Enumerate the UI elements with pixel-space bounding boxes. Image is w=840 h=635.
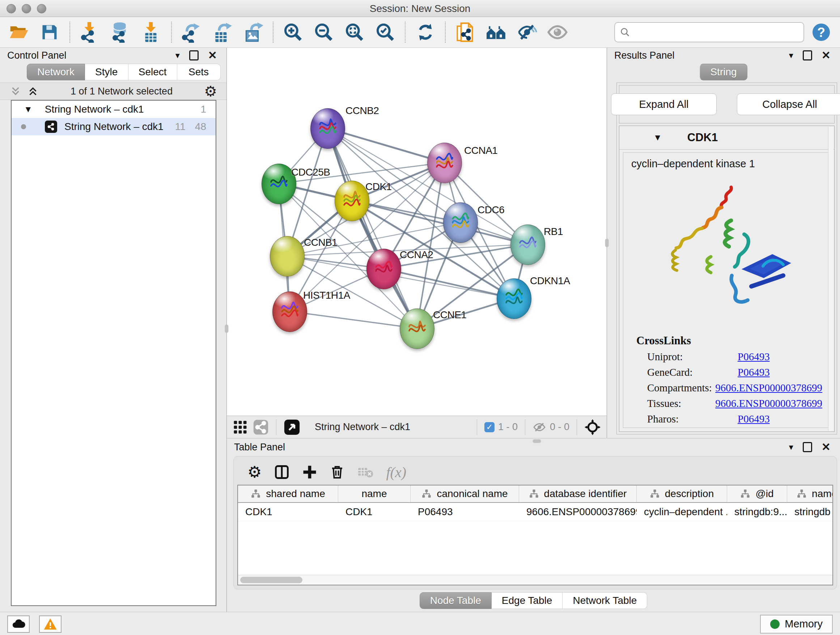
column-header--id[interactable]: @id (727, 486, 787, 502)
card-expander-icon[interactable]: ▼ (653, 133, 662, 143)
network-node-ccna1[interactable] (427, 143, 462, 183)
table-cell[interactable]: CDK1 (238, 503, 338, 521)
export-image-button[interactable] (239, 19, 267, 45)
table-cell[interactable]: P06493 (411, 503, 519, 521)
right-splitter-handle[interactable] (605, 239, 608, 247)
import-network-database-button[interactable] (107, 19, 134, 45)
hide-selected-button[interactable] (513, 19, 541, 45)
cloud-button[interactable] (7, 616, 30, 633)
panel-menu-icon[interactable]: ▾ (789, 50, 793, 60)
network-edge[interactable] (327, 128, 444, 163)
network-node-ccna2[interactable] (366, 249, 401, 289)
collapse-all-button[interactable]: Collapse All (737, 93, 840, 115)
zoom-in-button[interactable] (279, 19, 307, 45)
network-node-hist1h1a[interactable] (272, 291, 307, 332)
app-manager-button[interactable] (452, 19, 479, 45)
close-panel-icon[interactable]: ✕ (821, 442, 831, 453)
collection-expander-icon[interactable]: ▼ (24, 104, 33, 114)
network-row[interactable]: String Network – cdk1 11 48 (11, 118, 216, 135)
refresh-button[interactable] (411, 19, 439, 45)
tab-node-table[interactable]: Node Table (420, 592, 492, 609)
tab-style[interactable]: Style (85, 64, 128, 80)
home-networks-button[interactable] (482, 19, 510, 45)
network-selection-strip: 1 of 1 Network selected ⚙ (0, 82, 226, 100)
hidden-eye-icon (532, 420, 546, 434)
save-session-button[interactable] (36, 19, 64, 45)
crosslink-link[interactable]: P06493 (737, 366, 770, 378)
column-header-shared-name[interactable]: shared name (238, 486, 338, 502)
show-columns-icon[interactable] (274, 464, 290, 480)
close-panel-icon[interactable]: ✕ (208, 50, 217, 61)
horizontal-splitter-handle[interactable] (533, 440, 541, 443)
results-scrollbar[interactable] (828, 127, 834, 431)
export-table-button[interactable] (208, 19, 236, 45)
search-input[interactable] (633, 27, 798, 38)
selected-checkbox-icon[interactable]: ✓ (485, 422, 494, 432)
import-table-file-button[interactable] (137, 19, 165, 45)
table-cell[interactable]: CDK1 (338, 503, 411, 521)
close-panel-icon[interactable]: ✕ (821, 50, 831, 61)
add-column-icon[interactable] (302, 464, 317, 480)
network-options-gear-icon[interactable]: ⚙ (204, 84, 217, 98)
float-panel-icon[interactable] (189, 50, 199, 60)
panel-menu-icon[interactable]: ▾ (175, 50, 180, 60)
tab-network[interactable]: Network (27, 64, 85, 80)
tab-network-table[interactable]: Network Table (562, 592, 647, 609)
delete-column-trash-icon[interactable] (330, 464, 345, 480)
network-node-rb1[interactable] (510, 225, 545, 265)
crosslink-link[interactable]: 9606.ENSP00000378699 (715, 397, 822, 409)
expand-all-icon[interactable] (27, 85, 39, 97)
table-cell[interactable]: stringdb (787, 503, 832, 521)
column-header-database-identifier[interactable]: database identifier (519, 486, 637, 502)
network-node-ccne1[interactable] (400, 309, 434, 349)
column-header-description[interactable]: description (637, 486, 727, 502)
memory-button[interactable]: Memory (760, 615, 833, 633)
left-splitter-handle[interactable] (225, 325, 228, 333)
table-cell[interactable]: cyclin–dependent ... (637, 503, 727, 521)
tab-string[interactable]: String (699, 64, 747, 80)
fit-content-crosshair-icon[interactable] (584, 419, 601, 435)
float-panel-icon[interactable] (803, 50, 812, 60)
network-node-cdkn1a[interactable] (497, 279, 531, 319)
table-cell[interactable]: stringdb:9... (727, 503, 787, 521)
expand-all-button[interactable]: Expand All (611, 93, 717, 115)
help-button[interactable]: ? (807, 19, 835, 45)
tab-sets[interactable]: Sets (177, 64, 221, 80)
column-header-namespace[interactable]: namespace (787, 486, 833, 502)
network-node-ccnb2[interactable] (310, 108, 345, 149)
crosslink-link[interactable]: P06493 (737, 413, 770, 425)
export-network-button[interactable] (178, 19, 205, 45)
node-card-header[interactable]: ▼ CDK1 (619, 126, 834, 149)
birdseye-view-icon[interactable] (284, 419, 300, 435)
open-session-button[interactable] (5, 19, 33, 45)
column-header-name[interactable]: name (338, 486, 411, 502)
network-collection-row[interactable]: ▼ String Network – cdk1 1 (11, 101, 216, 118)
table-cell[interactable]: 9606.ENSP00000378699 (519, 503, 637, 521)
tab-select[interactable]: Select (128, 64, 177, 80)
grid-view-icon[interactable] (233, 420, 248, 435)
warnings-button[interactable] (39, 616, 62, 633)
collapse-all-icon[interactable] (9, 85, 22, 97)
zoom-fit-button[interactable] (340, 19, 368, 45)
zoom-selected-button[interactable] (371, 19, 399, 45)
network-share-icon[interactable] (253, 419, 269, 435)
table-options-gear-icon[interactable]: ⚙ (248, 464, 262, 480)
network-canvas[interactable]: CCNB2CCNA1CDC25BCDK1CDC6RB1CCNB1CCNA2CDK… (227, 48, 607, 416)
network-node-cdc6[interactable] (443, 203, 478, 243)
column-header-canonical-name[interactable]: canonical name (411, 486, 519, 502)
crosslink-link[interactable]: P06493 (737, 351, 770, 363)
float-panel-icon[interactable] (803, 442, 812, 452)
scrollbar-thumb[interactable] (240, 577, 302, 583)
table-row[interactable]: CDK1CDK1P064939606.ENSP00000378699cyclin… (238, 503, 832, 521)
zoom-out-button[interactable] (309, 19, 338, 45)
network-node-ccnb1[interactable] (270, 236, 305, 277)
panel-menu-icon[interactable]: ▾ (789, 442, 793, 452)
table-horizontal-scrollbar[interactable] (238, 575, 832, 585)
tab-edge-table[interactable]: Edge Table (492, 592, 563, 609)
network-edge[interactable] (384, 269, 514, 298)
import-network-file-button[interactable] (76, 19, 104, 45)
crosslink-link[interactable]: 9606.ENSP00000378699 (715, 382, 822, 394)
network-node-cdk1[interactable] (335, 181, 369, 221)
show-hidden-button[interactable] (544, 19, 572, 45)
network-edge[interactable] (289, 311, 417, 328)
